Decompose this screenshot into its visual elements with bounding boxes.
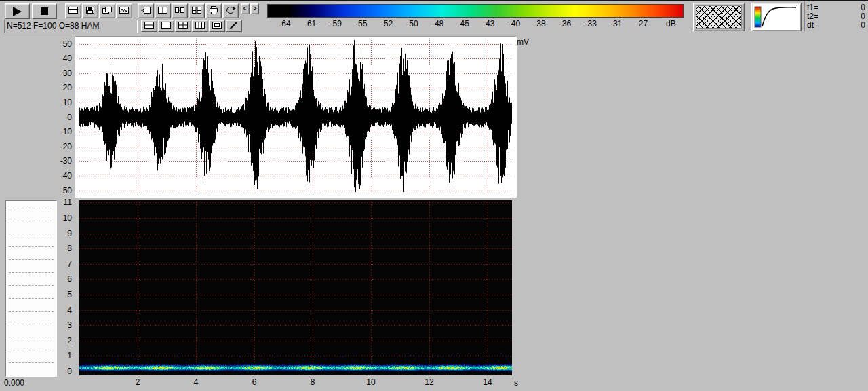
- readout-label: dt=: [807, 21, 818, 30]
- pattern-display-button[interactable]: [693, 3, 745, 31]
- scale-dash-line: [9, 234, 54, 234]
- waveform-y-tick-label: -20: [47, 142, 72, 151]
- spectrogram-y-tick-label: 5: [52, 290, 72, 299]
- next-button[interactable]: >: [250, 3, 259, 14]
- waveform-y-tick-label: 0: [47, 113, 72, 122]
- colormap-curve-icon: [753, 4, 800, 30]
- layout-horizontal-button[interactable]: [141, 20, 157, 32]
- colorbar-tick-label: -27: [629, 19, 654, 29]
- colorbar-tick-label: -40: [502, 19, 526, 29]
- spectrogram-y-tick-label: 10: [52, 213, 72, 223]
- refresh-button[interactable]: [222, 3, 239, 18]
- layout-overlay-icon: [212, 21, 222, 31]
- play-button[interactable]: [5, 3, 30, 19]
- copy-view-button[interactable]: [99, 3, 115, 18]
- link-windows-button[interactable]: [172, 3, 188, 18]
- colorbar-tick-label: -38: [528, 19, 552, 29]
- colorbar-tick-label: -36: [553, 19, 578, 29]
- colorbar-tick-label: -48: [426, 19, 450, 29]
- layout-horizontal-icon: [144, 21, 155, 31]
- tile-windows-button[interactable]: [189, 3, 205, 18]
- save-file-button[interactable]: [82, 3, 98, 18]
- cursor-time-readout: 0.000: [4, 378, 24, 388]
- window-top-edge: [0, 0, 868, 1]
- colorbar-tick-label: -43: [477, 19, 501, 29]
- waveform-y-tick-label: 30: [47, 69, 72, 78]
- waveform-unit-label: mV: [517, 37, 529, 47]
- colorbar-gradient: [267, 4, 684, 18]
- time-axis-tick-label: 14: [479, 377, 496, 387]
- stop-icon: [41, 7, 48, 15]
- layout-overlay-button[interactable]: [209, 20, 225, 32]
- link-windows-icon: [174, 6, 185, 16]
- waveform-y-tick-label: -40: [47, 171, 72, 181]
- colormap-transfer-button[interactable]: [751, 3, 802, 31]
- scale-dash-line: [9, 298, 54, 299]
- print-icon: [208, 6, 219, 16]
- time-unit-label: s: [514, 378, 518, 388]
- waveform-y-tick-label: 20: [47, 83, 72, 92]
- copy-view-icon: [102, 6, 113, 16]
- new-window-button[interactable]: [65, 3, 81, 18]
- spectrogram-y-tick-label: 3: [52, 320, 72, 330]
- waveform-y-tick-label: 40: [47, 54, 72, 63]
- split-view-button[interactable]: [155, 3, 171, 18]
- prev-button[interactable]: <: [241, 3, 250, 14]
- scale-dash-line: [9, 285, 54, 286]
- play-icon: [13, 7, 22, 16]
- scale-dash-line: [9, 311, 54, 312]
- waveform-y-tick-label: 10: [47, 98, 72, 107]
- spectrogram-plot[interactable]: [79, 200, 512, 375]
- scale-dash-line: [9, 350, 54, 350]
- time-axis-tick-label: 10: [363, 377, 379, 387]
- colorbar-tick-label: -55: [349, 19, 374, 29]
- spectrogram-y-tick-label: 0: [52, 367, 72, 376]
- analysis-params-field[interactable]: N=512 F=100 O=88 HAM: [4, 20, 138, 33]
- scale-dash-line: [9, 259, 54, 260]
- readout-divider: [804, 1, 805, 31]
- print-button[interactable]: [205, 3, 222, 18]
- waveform-view-button[interactable]: [116, 3, 132, 18]
- save-file-icon: [85, 6, 96, 16]
- colorbar-unit-label: dB: [666, 19, 686, 29]
- time-axis-tick-label: 6: [246, 377, 262, 387]
- waveform-view-icon: [119, 6, 130, 16]
- layout-columns-icon: [195, 21, 205, 31]
- waveform-y-tick-label: -10: [47, 127, 72, 136]
- scale-dash-line: [9, 324, 54, 324]
- spectrogram-y-tick-label: 9: [52, 229, 72, 238]
- scale-dash-line: [9, 246, 54, 247]
- colorbar-tick-label: -33: [578, 19, 603, 29]
- scale-dash-line: [9, 362, 54, 363]
- colorbar-tick-label: -59: [323, 19, 348, 29]
- waveform-y-tick-label: 50: [47, 39, 72, 49]
- split-view-icon: [157, 6, 168, 16]
- colorbar-tick-label: -52: [374, 19, 399, 29]
- readout-row-dt: dt=0: [807, 21, 865, 30]
- colorbar-tick-label: -50: [400, 19, 425, 29]
- colorbar-tick-label: -64: [273, 19, 297, 29]
- tile-windows-icon: [191, 6, 202, 16]
- refresh-icon: [225, 6, 236, 16]
- spectrogram-y-tick-label: 8: [52, 244, 72, 253]
- time-axis-tick-label: 8: [304, 377, 321, 387]
- spectrogram-y-tick-label: 1: [52, 351, 72, 360]
- scale-dash-line: [9, 272, 54, 273]
- spectrogram-y-tick-label: 7: [52, 259, 72, 269]
- waveform-plot[interactable]: [79, 39, 512, 193]
- crosshatch-pattern-icon: [696, 5, 742, 29]
- scale-dash-line: [9, 221, 54, 221]
- layout-stacked-icon: [161, 21, 172, 31]
- waveform-y-tick-label: -50: [47, 186, 72, 196]
- stop-button[interactable]: [32, 3, 57, 19]
- spectrogram-y-tick-label: 11: [52, 198, 72, 207]
- layout-columns-button[interactable]: [192, 20, 208, 32]
- edit-annotations-button[interactable]: [226, 20, 242, 32]
- scale-dash-line: [9, 208, 54, 208]
- layout-stacked-button[interactable]: [158, 20, 174, 32]
- layout-grid-button[interactable]: [175, 20, 191, 32]
- open-window-button[interactable]: [138, 3, 154, 18]
- spectrogram-y-tick-label: 6: [52, 274, 72, 284]
- open-window-icon: [140, 6, 151, 16]
- time-axis-tick-label: 4: [188, 377, 204, 387]
